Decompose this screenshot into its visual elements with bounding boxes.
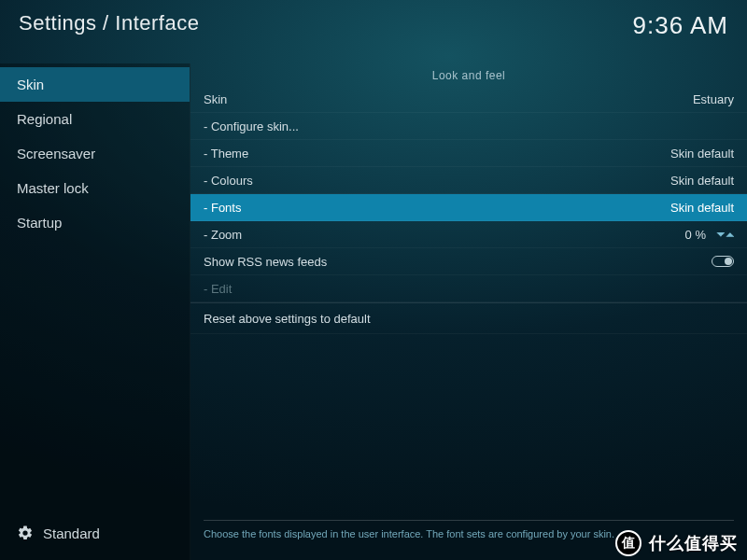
spinner-icon[interactable]: ⏷⏶ — [715, 228, 734, 241]
row-colours[interactable]: - Colours Skin default — [190, 167, 747, 194]
settings-panel: Look and feel Skin Estuary - Configure s… — [190, 63, 747, 560]
gear-icon — [17, 525, 34, 541]
row-skin-value: Estuary — [693, 92, 734, 106]
settings-level-button[interactable]: Standard — [0, 511, 190, 560]
clock: 9:36 AM — [633, 11, 728, 40]
toggle-icon[interactable] — [712, 256, 734, 267]
sidebar: Skin Regional Screensaver Master lock St… — [0, 63, 190, 560]
row-rss-label: Show RSS news feeds — [204, 255, 327, 269]
row-colours-label: - Colours — [204, 174, 253, 188]
row-theme-label: - Theme — [204, 147, 248, 161]
row-zoom-value: 0 % — [685, 228, 706, 242]
hint-text: Choose the fonts displayed in the user i… — [204, 520, 734, 539]
row-zoom[interactable]: - Zoom 0 % ⏷⏶ — [190, 221, 747, 248]
row-rss[interactable]: Show RSS news feeds — [190, 248, 747, 275]
settings-level-label: Standard — [43, 525, 100, 541]
row-zoom-label: - Zoom — [204, 228, 242, 242]
row-fonts-value: Skin default — [670, 201, 734, 215]
row-colours-value: Skin default — [670, 174, 734, 188]
row-theme-value: Skin default — [670, 147, 734, 161]
row-reset-label: Reset above settings to default — [204, 312, 371, 326]
row-configure-label: - Configure skin... — [204, 119, 299, 133]
row-skin-label: Skin — [204, 92, 227, 106]
row-edit: - Edit — [190, 275, 747, 302]
section-title: Look and feel — [190, 63, 747, 86]
row-fonts[interactable]: - Fonts Skin default — [190, 194, 747, 221]
row-fonts-label: - Fonts — [204, 201, 241, 215]
row-reset[interactable]: Reset above settings to default — [190, 302, 747, 334]
header: Settings / Interface 9:36 AM — [0, 0, 747, 63]
sidebar-item-regional[interactable]: Regional — [0, 102, 190, 136]
row-skin[interactable]: Skin Estuary — [190, 86, 747, 113]
sidebar-item-screensaver[interactable]: Screensaver — [0, 136, 190, 171]
breadcrumb: Settings / Interface — [19, 11, 199, 35]
row-edit-label: - Edit — [204, 282, 232, 296]
sidebar-item-startup[interactable]: Startup — [0, 205, 190, 240]
row-configure-skin[interactable]: - Configure skin... — [190, 113, 747, 140]
sidebar-item-masterlock[interactable]: Master lock — [0, 171, 190, 205]
sidebar-item-skin[interactable]: Skin — [0, 67, 190, 102]
row-theme[interactable]: - Theme Skin default — [190, 140, 747, 167]
